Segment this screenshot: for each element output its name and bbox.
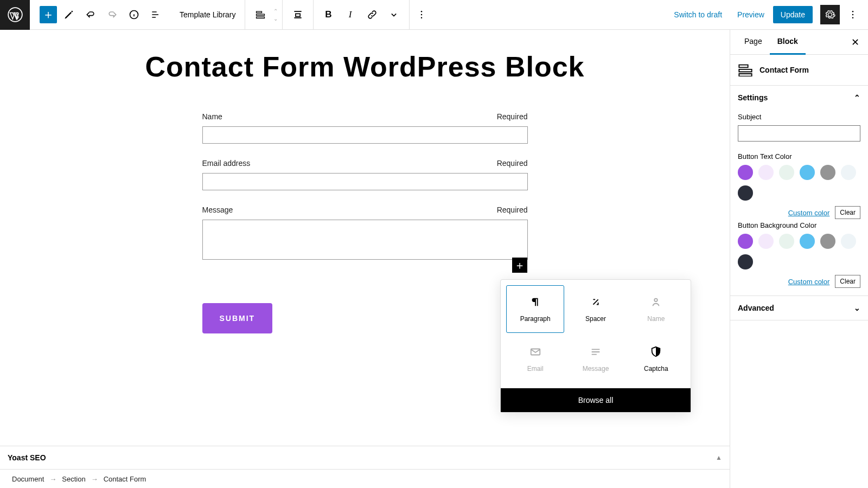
svg-point-7	[852, 17, 854, 19]
color-swatch[interactable]	[758, 234, 774, 249]
add-block-button[interactable]: ＋	[40, 6, 57, 23]
button-bg-color-label: Button Background Color	[738, 221, 860, 229]
chevron-down-icon	[388, 9, 399, 20]
button-text-color-label: Button Text Color	[738, 152, 860, 160]
color-swatch[interactable]	[841, 165, 856, 180]
move-up-button[interactable]: ⌃	[273, 7, 278, 15]
wordpress-logo[interactable]	[0, 0, 30, 30]
tab-block[interactable]: Block	[770, 29, 806, 55]
settings-toggle-button[interactable]	[820, 5, 840, 24]
redo-button[interactable]	[103, 5, 122, 24]
spacer-icon	[590, 296, 602, 310]
clear-color-button[interactable]: Clear	[835, 206, 860, 219]
custom-color-link[interactable]: Custom color	[788, 278, 830, 286]
editor-more-button[interactable]	[843, 5, 863, 24]
more-format-button[interactable]	[384, 5, 404, 24]
inline-add-block-button[interactable]: ＋	[512, 258, 527, 273]
color-swatch[interactable]	[738, 165, 753, 180]
caret-up-icon: ▲	[716, 454, 722, 461]
paragraph-icon	[529, 296, 541, 310]
color-swatch[interactable]	[800, 165, 815, 180]
block-nav-arrows: ⌃ ⌄	[273, 7, 278, 22]
contact-form-icon	[738, 63, 753, 76]
editor-toolbar: ＋ Template Library ⌃ ⌄ B I Switch to dra…	[0, 0, 868, 30]
custom-color-link[interactable]: Custom color	[788, 209, 830, 217]
undo-button[interactable]	[81, 5, 100, 24]
field-label: Name	[202, 112, 222, 121]
color-swatch[interactable]	[820, 234, 835, 249]
yoast-seo-panel[interactable]: Yoast SEO ▲	[0, 446, 730, 470]
close-sidebar-button[interactable]: ✕	[848, 36, 861, 49]
color-swatch[interactable]	[820, 165, 835, 180]
block-more-button[interactable]	[412, 5, 431, 24]
name-input[interactable]	[202, 126, 528, 144]
inserter-item-captcha[interactable]: Captcha	[627, 335, 685, 383]
inserter-item-message: Message	[566, 335, 624, 383]
breadcrumb-item[interactable]: Section	[62, 475, 85, 483]
color-swatch[interactable]	[779, 165, 794, 180]
color-swatch[interactable]	[841, 234, 856, 249]
block-breadcrumb: Document → Section → Contact Form	[0, 470, 730, 488]
inserter-item-label: Captcha	[644, 365, 668, 373]
color-swatch[interactable]	[738, 185, 753, 201]
bold-button[interactable]: B	[319, 5, 339, 24]
inserter-item-label: Message	[583, 365, 609, 373]
browse-all-button[interactable]: Browse all	[501, 388, 691, 412]
name-icon	[650, 296, 662, 310]
wordpress-icon	[8, 7, 23, 22]
yoast-title: Yoast SEO	[8, 453, 46, 462]
chevron-up-icon: ⌃	[854, 93, 860, 102]
block-inserter-popover: ParagraphSpacerNameEmailMessageCaptcha B…	[500, 279, 691, 413]
email-input[interactable]	[202, 173, 528, 190]
edit-mode-button[interactable]	[59, 5, 79, 24]
color-swatch[interactable]	[738, 234, 753, 249]
color-swatch[interactable]	[779, 234, 794, 249]
preview-button[interactable]: Preview	[731, 6, 771, 23]
breadcrumb-separator: →	[49, 475, 56, 483]
field-message: Message Required	[202, 206, 528, 262]
captcha-icon	[650, 346, 662, 359]
italic-button[interactable]: I	[341, 5, 360, 24]
inserter-item-spacer[interactable]: Spacer	[566, 285, 624, 333]
breadcrumb-separator: →	[91, 475, 98, 483]
align-button[interactable]	[288, 5, 308, 24]
advanced-label: Advanced	[738, 304, 774, 312]
breadcrumb-item[interactable]: Contact Form	[104, 475, 146, 483]
align-icon	[292, 9, 303, 20]
more-vertical-icon	[847, 9, 858, 20]
switch-to-draft-button[interactable]: Switch to draft	[667, 6, 729, 23]
color-swatch[interactable]	[738, 254, 753, 269]
field-label: Email address	[202, 159, 251, 168]
clear-color-button[interactable]: Clear	[835, 275, 860, 288]
info-button[interactable]	[124, 5, 144, 24]
undo-icon	[85, 9, 96, 20]
inserter-item-paragraph[interactable]: Paragraph	[506, 285, 564, 333]
color-swatch[interactable]	[800, 234, 815, 249]
svg-point-5	[852, 11, 854, 12]
settings-section-toggle[interactable]: Settings ⌃	[730, 86, 868, 110]
settings-sidebar: Page Block ✕ Contact Form Settings ⌃ Sub…	[730, 30, 868, 488]
tab-page[interactable]: Page	[737, 29, 770, 55]
move-down-button[interactable]: ⌄	[273, 15, 278, 22]
inserter-item-label: Spacer	[585, 315, 606, 323]
template-library-button[interactable]: Template Library	[171, 10, 245, 19]
breadcrumb-item[interactable]: Document	[12, 475, 44, 483]
settings-label: Settings	[738, 93, 768, 102]
svg-point-2	[420, 11, 422, 12]
contact-form-block: Name Required Email address Required Mes…	[202, 112, 528, 333]
svg-point-6	[852, 14, 854, 16]
field-required: Required	[497, 159, 528, 168]
form-block-icon	[255, 9, 266, 20]
subject-input[interactable]	[738, 125, 860, 142]
advanced-section-toggle[interactable]: Advanced ⌄	[730, 296, 868, 320]
link-button[interactable]	[362, 5, 382, 24]
outline-button[interactable]	[146, 5, 165, 24]
color-swatch[interactable]	[758, 165, 774, 180]
block-type-button[interactable]	[251, 5, 270, 24]
submit-button[interactable]: SUBMIT	[202, 303, 273, 333]
chevron-down-icon: ⌄	[854, 304, 860, 312]
inserter-item-label: Paragraph	[520, 315, 551, 323]
message-textarea[interactable]	[202, 220, 528, 260]
update-button[interactable]: Update	[773, 6, 813, 23]
page-title[interactable]: Contact Form WordPress Block	[0, 50, 730, 83]
